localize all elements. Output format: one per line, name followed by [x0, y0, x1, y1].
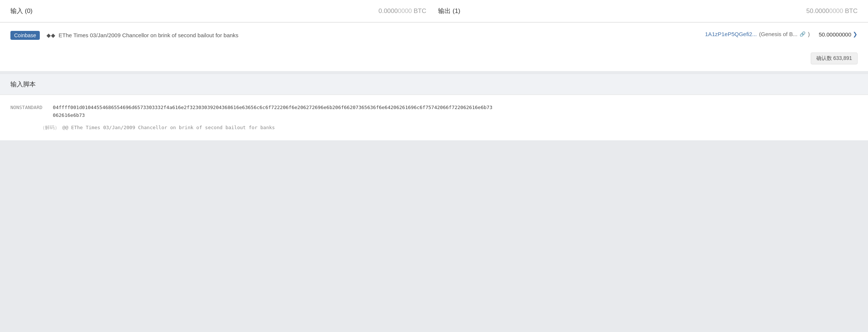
inputs-label: 输入 (0): [10, 7, 33, 15]
script-hex: 04ffff001d01044554686554696d6573303332f4…: [53, 104, 492, 119]
tx-value-area: 50.00000000 ❯: [819, 31, 858, 38]
script-content: EThe Times 03/Jan/2009 Chancellor on bri…: [59, 32, 239, 38]
address-link[interactable]: 1A1zP1eP5QGefi2...: [705, 31, 757, 37]
script-hex-container: 04ffff001d01044554686554696d6573303332f4…: [53, 104, 492, 119]
outputs-amount-unit: BTC: [845, 7, 858, 15]
inputs-amount: 0.00000000 BTC: [379, 7, 427, 15]
confirmations-row: 确认数 633,891: [0, 52, 868, 71]
script-symbols: ◆◆: [46, 32, 55, 38]
decoded-label: （解码）: [40, 125, 60, 130]
transaction-row: Coinbase ◆◆ EThe Times 03/Jan/2009 Chanc…: [0, 23, 868, 52]
outputs-label: 输出 (1): [438, 7, 460, 15]
inputs-amount-main: 0.0000: [379, 7, 398, 15]
script-type-row: NONSTANDARD 04ffff001d01044554686554696d…: [10, 104, 858, 119]
arrow-icon: ❯: [853, 31, 858, 38]
tx-value: 50.00000000: [819, 31, 851, 38]
inputs-amount-unit: BTC: [414, 7, 426, 15]
script-text: ◆◆ EThe Times 03/Jan/2009 Chancellor on …: [46, 31, 698, 40]
outputs-amount-main: 50.0000: [806, 7, 829, 15]
genesis-label: (Genesis of B...: [759, 31, 797, 37]
coinbase-badge: Coinbase: [10, 31, 40, 40]
script-section-header: 输入脚本: [0, 74, 868, 95]
input-script-section: 输入脚本 NONSTANDARD 04ffff001d0104455468655…: [0, 74, 868, 140]
decoded-symbols: @@: [62, 125, 68, 130]
decoded-text: EThe Times 03/Jan/2009 Chancellor on bri…: [71, 125, 275, 130]
script-type-badge: NONSTANDARD: [10, 104, 42, 110]
external-link-icon[interactable]: 🔗: [800, 31, 806, 37]
address-area: 1A1zP1eP5QGefi2... (Genesis of B... 🔗 ): [705, 31, 810, 37]
script-decoded: （解码） @@ EThe Times 03/Jan/2009 Chancello…: [40, 124, 858, 132]
script-header-label: 输入脚本: [10, 81, 36, 88]
script-body: NONSTANDARD 04ffff001d01044554686554696d…: [0, 95, 868, 140]
inputs-amount-dim: 0000: [398, 7, 412, 15]
outputs-amount: 50.00000000 BTC: [806, 7, 858, 15]
genesis-close: ): [808, 31, 810, 37]
confirmations-badge: 确认数 633,891: [811, 52, 858, 64]
